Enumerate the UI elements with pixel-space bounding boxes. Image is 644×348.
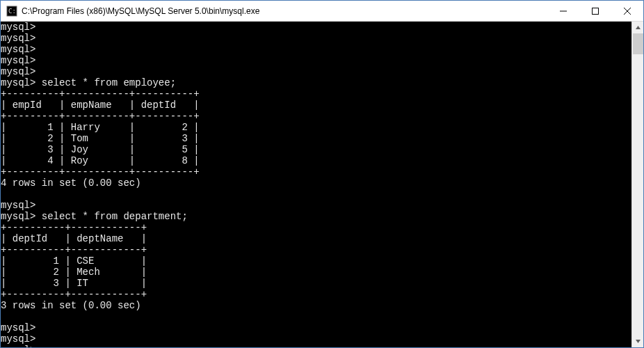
vertical-scrollbar[interactable] — [631, 22, 643, 347]
window-controls — [547, 1, 643, 21]
svg-text:C:: C: — [8, 8, 16, 15]
svg-line-4 — [624, 8, 631, 15]
minimize-button[interactable] — [547, 1, 579, 21]
svg-line-5 — [624, 8, 631, 15]
app-icon: C: — [6, 6, 17, 17]
svg-rect-3 — [593, 8, 599, 14]
console[interactable]: mysql> mysql> mysql> mysql> mysql> mysql… — [1, 22, 631, 347]
close-button[interactable] — [611, 1, 643, 21]
svg-marker-7 — [636, 340, 641, 343]
titlebar[interactable]: C: C:\Program Files (x86)\MySQL\MySQL Se… — [1, 1, 643, 22]
scroll-down-arrow-icon[interactable] — [632, 335, 643, 347]
window-title: C:\Program Files (x86)\MySQL\MySQL Serve… — [22, 6, 547, 16]
scroll-up-arrow-icon[interactable] — [632, 22, 643, 33]
window-frame: C: C:\Program Files (x86)\MySQL\MySQL Se… — [0, 0, 644, 348]
svg-marker-6 — [636, 26, 641, 29]
maximize-button[interactable] — [579, 1, 611, 21]
scroll-thumb[interactable] — [633, 33, 643, 54]
content-area: mysql> mysql> mysql> mysql> mysql> mysql… — [1, 22, 643, 347]
